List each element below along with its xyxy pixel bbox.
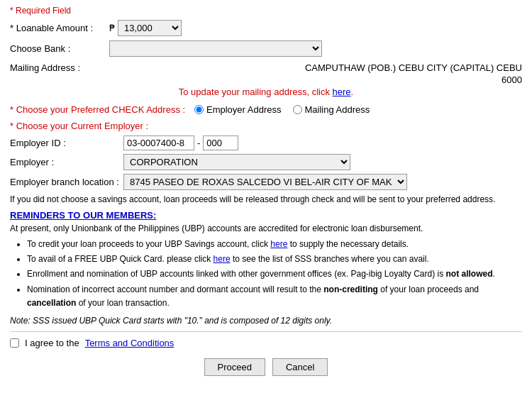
employer-id-group: - (123, 135, 238, 150)
employer-id-input-part1[interactable] (123, 135, 194, 150)
cancel-button[interactable]: Cancel (272, 358, 328, 376)
reminders-list: To credit your loan proceeds to your UBP… (27, 238, 522, 310)
employer-id-separator: - (197, 138, 200, 148)
reminder-item-1: To credit your loan proceeds to your UBP… (27, 238, 522, 251)
mailing-address-label: Mailing Address : (10, 62, 109, 73)
button-row: Proceed Cancel (10, 358, 522, 376)
radio-employer-address[interactable] (194, 105, 204, 114)
terms-text: I agree to the (25, 338, 79, 348)
reminder-item-3: Enrollment and nomination of UBP account… (27, 267, 522, 281)
loanable-amount-row: * Loanable Amount : ₱ 13,000 14,000 15,0… (10, 20, 522, 36)
reminders-title[interactable]: REMINDERS TO OUR MEMBERS: (10, 210, 522, 221)
radio-employer-address-text: Employer Address (206, 104, 282, 115)
update-mailing-row: To update your mailing address, click he… (10, 87, 522, 97)
terms-link[interactable]: Terms and Conditions (85, 338, 174, 348)
reminder-1-link[interactable]: here (270, 239, 287, 249)
choose-bank-row: Choose Bank : (10, 40, 522, 57)
reminder-4-bold2: cancellation (27, 298, 76, 308)
reminder-4-bold1: non-crediting (323, 284, 378, 294)
reminder-1-text-after: to supply the necessary details. (287, 239, 409, 249)
mailing-address-value: CAMPUTHAW (POB.) CEBU CITY (CAPITAL) CEB… (305, 62, 522, 73)
radio-employer-address-label[interactable]: Employer Address (194, 104, 282, 115)
reminders-section: REMINDERS TO OUR MEMBERS: At present, on… (10, 210, 522, 310)
radio-mailing-address-text: Mailing Address (305, 104, 370, 115)
terms-checkbox[interactable] (10, 338, 19, 348)
employer-id-row: Employer ID : - (10, 135, 522, 150)
employer-id-input-part2[interactable] (203, 135, 238, 150)
choose-bank-label: Choose Bank : (10, 43, 109, 54)
current-employer-section-label: * Choose your Current Employer : (10, 121, 522, 131)
reminder-2-text-after: to see the list of SSS branches where yo… (231, 254, 429, 264)
check-address-radio-group: Employer Address Mailing Address (194, 104, 370, 115)
check-address-row: * Choose your Preferred CHECK Address : … (10, 104, 522, 115)
employer-id-label: Employer ID : (10, 138, 123, 148)
check-address-label: * Choose your Preferred CHECK Address : (10, 104, 194, 115)
loanable-amount-label: * Loanable Amount : (10, 23, 109, 33)
update-mailing-text: To update your mailing address, click (179, 87, 333, 97)
reminder-item-2: To avail of a FREE UBP Quick Card. pleas… (27, 253, 522, 266)
employer-branch-row: Employer branch location : 8745 PASEO DE… (10, 174, 522, 190)
bank-select[interactable] (109, 40, 322, 57)
required-field-label: * Required Field (10, 6, 522, 16)
note-text: Note: SSS issued UBP Quick Card starts w… (10, 316, 522, 326)
peso-symbol: ₱ (109, 23, 115, 33)
employer-name-select[interactable]: CORPORATION (123, 154, 350, 170)
radio-mailing-address-label[interactable]: Mailing Address (293, 104, 370, 115)
reminder-2-link[interactable]: here (214, 254, 231, 264)
employer-row: Employer : CORPORATION (10, 154, 522, 170)
terms-row: I agree to the Terms and Conditions (10, 338, 522, 348)
reminders-intro: At present, only Unionbank of the Philip… (10, 223, 522, 233)
reminder-4-text-before: Nomination of incorrect account number a… (27, 284, 323, 294)
employer-branch-label: Employer branch location : (10, 177, 123, 187)
reminder-4-text-middle: of your loan proceeds and (378, 284, 479, 294)
employer-label: Employer : (10, 157, 123, 167)
reminder-2-text-before: To avail of a FREE UBP Quick Card. pleas… (27, 254, 214, 264)
reminder-item-4: Nomination of incorrect account number a… (27, 283, 522, 310)
update-mailing-link[interactable]: here (333, 87, 351, 97)
mailing-address-row: Mailing Address : CAMPUTHAW (POB.) CEBU … (10, 62, 522, 85)
loanable-amount-select[interactable]: 13,000 14,000 15,000 20,000 (118, 20, 182, 36)
mailing-zip: 6000 (10, 74, 522, 85)
employer-branch-select[interactable]: 8745 PASEO DE ROXAS SALCEDO VI BEL-AIR C… (123, 174, 407, 190)
reminder-4-text-after: of your loan transaction. (76, 298, 169, 308)
proceed-note: If you did not choose a savings account,… (10, 194, 522, 204)
reminder-3-bold: not allowed (446, 269, 493, 279)
radio-mailing-address[interactable] (293, 105, 302, 114)
current-employer-asterisk: * Choose your Current Employer : (10, 121, 148, 131)
reminder-3-text-after: . (493, 269, 495, 279)
reminder-3-text-before: Enrollment and nomination of UBP account… (27, 269, 446, 279)
reminder-1-text-before: To credit your loan proceeds to your UBP… (27, 239, 270, 249)
proceed-button[interactable]: Proceed (204, 358, 265, 376)
divider (10, 331, 522, 332)
